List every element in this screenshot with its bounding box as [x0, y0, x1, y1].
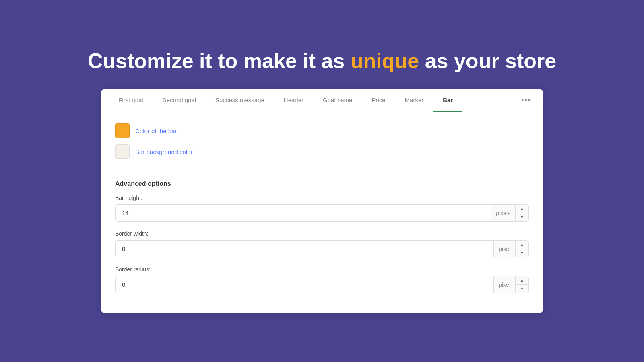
border-radius-input[interactable] [116, 276, 493, 293]
border-width-decrement[interactable]: ▼ [516, 249, 528, 257]
headline-highlight: unique [351, 49, 419, 72]
advanced-section: Advanced options Bar height: pixels ▲ ▼ … [115, 179, 529, 293]
tab-more-button[interactable]: ••• [517, 89, 535, 112]
bar-bg-color-row[interactable]: Bar background color [115, 144, 529, 159]
bar-height-input[interactable] [116, 205, 491, 221]
bar-height-decrement[interactable]: ▼ [516, 213, 528, 221]
bar-color-label: Color of the bar [135, 128, 177, 134]
card-body: Color of the bar Bar background color Ad… [101, 112, 543, 313]
bar-height-input-row: pixels ▲ ▼ [115, 204, 529, 222]
headline-prefix: Customize it to make it as [88, 49, 351, 72]
tab-header[interactable]: Header [274, 89, 313, 112]
color-section: Color of the bar Bar background color [115, 123, 529, 169]
border-width-increment[interactable]: ▲ [516, 241, 528, 249]
bar-bg-color-swatch[interactable] [115, 144, 130, 159]
border-radius-unit: pixel [493, 276, 515, 293]
tab-price[interactable]: Price [362, 89, 395, 112]
border-radius-input-row: pixel ▲ ▼ [115, 276, 529, 293]
border-radius-increment[interactable]: ▲ [516, 276, 528, 285]
border-width-stepper: ▲ ▼ [515, 241, 528, 257]
border-width-label: Border width: [115, 230, 529, 237]
tab-second-goal[interactable]: Second goal [153, 89, 206, 112]
settings-card: First goal Second goal Success message H… [101, 89, 543, 313]
bar-height-label: Bar height: [115, 195, 529, 201]
bar-height-unit: pixels [491, 205, 515, 221]
border-radius-decrement[interactable]: ▼ [516, 285, 528, 293]
bar-bg-color-label: Bar background color [135, 148, 193, 155]
border-radius-group: Border radius: pixel ▲ ▼ [115, 266, 529, 293]
tab-first-goal[interactable]: First goal [109, 89, 153, 112]
tab-bar: First goal Second goal Success message H… [101, 89, 543, 112]
page-headline: Customize it to make it as unique as you… [88, 49, 557, 73]
border-width-group: Border width: pixel ▲ ▼ [115, 230, 529, 257]
bar-height-group: Bar height: pixels ▲ ▼ [115, 195, 529, 222]
border-width-unit: pixel [493, 241, 515, 257]
advanced-title: Advanced options [115, 180, 529, 187]
bar-color-swatch[interactable] [115, 123, 130, 138]
headline-suffix: as your store [419, 49, 556, 72]
border-radius-label: Border radius: [115, 266, 529, 273]
bar-height-increment[interactable]: ▲ [516, 205, 528, 213]
border-radius-stepper: ▲ ▼ [515, 276, 528, 293]
bar-height-stepper: ▲ ▼ [515, 205, 528, 221]
bar-color-row[interactable]: Color of the bar [115, 123, 529, 138]
tab-success-message[interactable]: Success message [206, 89, 274, 112]
tab-goal-name[interactable]: Goal name [313, 89, 362, 112]
tab-bar[interactable]: Bar [433, 89, 462, 112]
border-width-input[interactable] [116, 241, 493, 257]
border-width-input-row: pixel ▲ ▼ [115, 240, 529, 257]
tab-marker[interactable]: Marker [395, 89, 433, 112]
